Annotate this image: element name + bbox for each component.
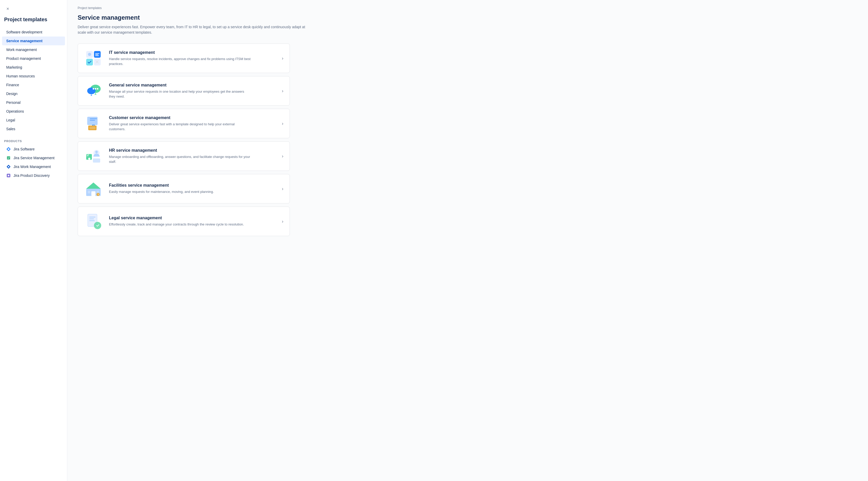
template-arrow-icon: › bbox=[282, 121, 283, 126]
svg-rect-16 bbox=[90, 120, 95, 121]
sidebar-item-operations[interactable]: Operations bbox=[2, 107, 65, 116]
jira-software-icon bbox=[6, 147, 11, 151]
svg-rect-14 bbox=[89, 127, 95, 129]
template-description: Handle service requests, resolve inciden… bbox=[109, 56, 251, 66]
sidebar-item-human-resources[interactable]: Human resources bbox=[2, 72, 65, 81]
template-info-customer-service-management: Customer service managementDeliver great… bbox=[109, 116, 276, 132]
svg-rect-4 bbox=[86, 59, 93, 65]
template-list: IT service managementHandle service requ… bbox=[78, 43, 290, 236]
svg-point-11 bbox=[97, 88, 98, 90]
sidebar-products: Jira Software Jira Service Management Ji… bbox=[0, 145, 67, 180]
svg-rect-15 bbox=[90, 118, 97, 119]
product-label: Jira Work Management bbox=[13, 164, 51, 169]
sidebar-item-legal[interactable]: Legal bbox=[2, 116, 65, 124]
sidebar-item-software-development[interactable]: Software development bbox=[2, 28, 65, 36]
template-card-it-service-management[interactable]: IT service managementHandle service requ… bbox=[78, 43, 290, 73]
page-title: Service management bbox=[78, 14, 858, 21]
sidebar-item-service-management[interactable]: Service management bbox=[2, 36, 65, 45]
template-description: Easily manage requests for maintenance, … bbox=[109, 189, 251, 194]
sidebar-item-marketing[interactable]: Marketing bbox=[2, 63, 65, 72]
template-name: Facilities service management bbox=[109, 183, 276, 188]
customer-service-icon bbox=[84, 114, 103, 133]
legal-service-icon bbox=[84, 212, 103, 231]
sidebar-item-work-management[interactable]: Work management bbox=[2, 45, 65, 54]
template-name: Legal service management bbox=[109, 216, 276, 220]
products-section-label: PRODUCTS bbox=[0, 136, 67, 145]
svg-point-33 bbox=[94, 222, 101, 229]
template-arrow-icon: › bbox=[282, 219, 283, 224]
svg-point-22 bbox=[88, 158, 90, 160]
svg-point-8 bbox=[87, 88, 95, 94]
jira-work-icon bbox=[6, 164, 11, 169]
template-name: General service management bbox=[109, 83, 276, 88]
product-label: Jira Service Management bbox=[13, 156, 55, 160]
sidebar: × Project templates Software development… bbox=[0, 0, 67, 481]
sidebar-item-personal[interactable]: Personal bbox=[2, 98, 65, 107]
template-card-facilities-service-management[interactable]: Facilities service managementEasily mana… bbox=[78, 174, 290, 204]
svg-point-9 bbox=[93, 88, 94, 90]
template-name: Customer service management bbox=[109, 116, 276, 120]
svg-rect-12 bbox=[87, 117, 98, 125]
svg-rect-24 bbox=[91, 191, 95, 196]
sidebar-item-product-management[interactable]: Product management bbox=[2, 54, 65, 63]
svg-point-10 bbox=[95, 88, 96, 90]
sidebar-product-jira-work[interactable]: Jira Work Management bbox=[2, 162, 65, 171]
template-info-legal-service-management: Legal service managementEffortlessly cre… bbox=[109, 216, 276, 227]
svg-rect-30 bbox=[89, 217, 95, 217]
hr-service-icon bbox=[84, 147, 103, 166]
sidebar-item-design[interactable]: Design bbox=[2, 89, 65, 98]
breadcrumb: Project templates bbox=[78, 6, 858, 10]
template-description: Deliver great service experiences fast w… bbox=[109, 122, 251, 132]
template-description: Manage onboarding and offboarding, answe… bbox=[109, 154, 251, 164]
template-arrow-icon: › bbox=[282, 56, 283, 61]
template-info-it-service-management: IT service managementHandle service requ… bbox=[109, 50, 276, 66]
main-content: Project templates Service management Del… bbox=[67, 0, 868, 481]
sidebar-item-sales[interactable]: Sales bbox=[2, 124, 65, 133]
template-card-legal-service-management[interactable]: Legal service managementEffortlessly cre… bbox=[78, 207, 290, 236]
page-description: Deliver great service experiences fast. … bbox=[78, 24, 311, 35]
general-service-icon bbox=[84, 82, 103, 100]
template-arrow-icon: › bbox=[282, 153, 283, 159]
it-service-icon bbox=[84, 49, 103, 67]
svg-rect-31 bbox=[89, 218, 94, 219]
template-name: IT service management bbox=[109, 50, 276, 55]
template-info-hr-service-management: HR service managementManage onboarding a… bbox=[109, 148, 276, 164]
svg-point-1 bbox=[8, 175, 9, 176]
template-card-customer-service-management[interactable]: Customer service managementDeliver great… bbox=[78, 109, 290, 138]
close-button[interactable]: × bbox=[4, 5, 11, 12]
template-name: HR service management bbox=[109, 148, 276, 153]
template-card-hr-service-management[interactable]: HR service managementManage onboarding a… bbox=[78, 141, 290, 171]
sidebar-nav: Software developmentService managementWo… bbox=[0, 28, 67, 133]
sidebar-product-jira-service[interactable]: Jira Service Management bbox=[2, 153, 65, 162]
template-card-general-service-management[interactable]: General service managementManage all you… bbox=[78, 76, 290, 106]
sidebar-product-jira-discovery[interactable]: Jira Product Discovery bbox=[2, 171, 65, 180]
svg-rect-32 bbox=[89, 220, 95, 221]
template-description: Manage all your service requests in one … bbox=[109, 89, 251, 99]
template-description: Effortlessly create, track and manage yo… bbox=[109, 222, 251, 227]
template-arrow-icon: › bbox=[282, 88, 283, 94]
svg-rect-21 bbox=[93, 158, 100, 162]
svg-point-20 bbox=[95, 151, 98, 153]
template-arrow-icon: › bbox=[282, 186, 283, 191]
jira-service-icon bbox=[6, 156, 11, 160]
jira-discovery-icon bbox=[6, 173, 11, 178]
svg-rect-25 bbox=[88, 191, 90, 193]
product-label: Jira Product Discovery bbox=[13, 174, 50, 178]
svg-point-6 bbox=[88, 53, 91, 56]
template-info-general-service-management: General service managementManage all you… bbox=[109, 83, 276, 99]
template-info-facilities-service-management: Facilities service managementEasily mana… bbox=[109, 183, 276, 194]
sidebar-title: Project templates bbox=[0, 17, 67, 28]
sidebar-item-finance[interactable]: Finance bbox=[2, 81, 65, 89]
sidebar-product-jira-software[interactable]: Jira Software bbox=[2, 145, 65, 153]
facilities-service-icon bbox=[84, 179, 103, 198]
product-label: Jira Software bbox=[13, 147, 35, 151]
